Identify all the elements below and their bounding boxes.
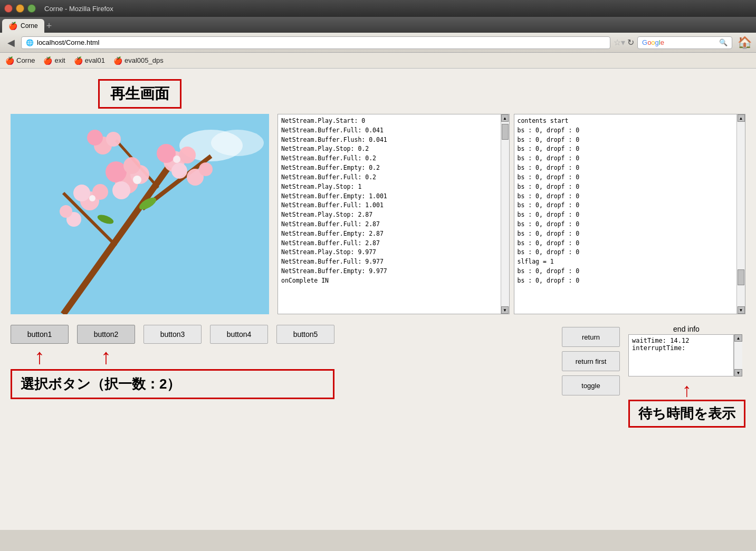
tab-label: Corne xyxy=(21,22,38,30)
log-panels: NetStream.Play.Start: 0 NetStream.Buffer… xyxy=(277,114,745,314)
bookmark-apple-icon-2: 🍎 xyxy=(43,56,52,65)
bottom-right: return return first toggle end info wait… xyxy=(562,325,745,428)
log-content-2[interactable]: contents start bs : 0, dropf : 0 bs : 0,… xyxy=(514,114,737,314)
main-row: NetStream.Play.Start: 0 NetStream.Buffer… xyxy=(11,114,745,314)
scroll-down-arrow-1[interactable]: ▼ xyxy=(501,306,509,314)
scroll-up-arrow-2[interactable]: ▲ xyxy=(738,114,745,122)
svg-point-10 xyxy=(123,157,140,174)
svg-point-2 xyxy=(211,130,264,156)
active-tab[interactable]: 🍎 Corne xyxy=(2,19,44,33)
close-button[interactable] xyxy=(4,4,13,13)
end-info-scrollbar[interactable]: ▲ ▼ xyxy=(734,334,742,376)
bookmark-bar: 🍎 Corne 🍎 exit 🍎 eval01 🍎 eval005_dps xyxy=(0,53,756,69)
end-scroll-up[interactable]: ▲ xyxy=(734,334,742,342)
playback-label-row: 再生画面 xyxy=(11,79,745,109)
end-info-wrapper: end info waitTime: 14.12 interruptTime: … xyxy=(628,325,745,428)
svg-point-25 xyxy=(60,205,72,218)
return-first-button[interactable]: return first xyxy=(562,351,620,371)
arrow-2-container: ↑ xyxy=(77,346,135,367)
arrow-up-2: ↑ xyxy=(101,346,111,367)
select-button-2[interactable]: button2 xyxy=(77,325,135,344)
nav-actions: ☆▾ ↻ xyxy=(614,37,634,47)
svg-point-18 xyxy=(73,185,90,201)
svg-point-28 xyxy=(89,195,95,201)
scroll-thumb-1[interactable] xyxy=(502,124,509,140)
buttons-row: button1button2button3button4button5 xyxy=(11,325,334,344)
wait-time-text: waitTime: 14.12 xyxy=(632,337,730,344)
tab-apple-icon: 🍎 xyxy=(8,22,17,30)
bookmark-eval005[interactable]: 🍎 eval005_dps xyxy=(113,56,164,65)
log-content-1[interactable]: NetStream.Play.Start: 0 NetStream.Buffer… xyxy=(278,114,501,314)
log-panel-1: NetStream.Play.Start: 0 NetStream.Buffer… xyxy=(277,114,510,314)
svg-point-9 xyxy=(106,161,127,182)
bookmark-label-3: eval01 xyxy=(85,56,105,64)
new-tab-button[interactable]: + xyxy=(46,21,52,32)
scroll-track-1 xyxy=(501,122,509,306)
maximize-button[interactable] xyxy=(27,4,36,13)
arrow-up-1: ↑ xyxy=(34,346,45,367)
wait-time-label: 待ち時間を表示 xyxy=(628,400,745,428)
arrow-1-container: ↑ xyxy=(11,346,69,367)
playback-label-wrapper: 再生画面 xyxy=(11,79,269,109)
end-info-panel: waitTime: 14.12 interruptTime: xyxy=(628,334,734,376)
playback-label: 再生画面 xyxy=(98,79,181,109)
wait-time-arrow: ↑ xyxy=(682,381,692,400)
globe-icon: 🌐 xyxy=(26,39,34,46)
bookmark-label: Corne xyxy=(16,56,35,64)
toggle-button[interactable]: toggle xyxy=(562,375,620,395)
bookmark-apple-icon: 🍎 xyxy=(5,56,14,65)
control-buttons: return return first toggle xyxy=(562,327,620,395)
url-text: localhost/Corne.html xyxy=(37,38,100,46)
select-button-1[interactable]: button1 xyxy=(11,325,69,344)
end-scroll-track xyxy=(734,342,742,369)
bottom-left: button1button2button3button4button5 ↑ ↑ … xyxy=(11,325,334,428)
svg-point-14 xyxy=(157,144,176,163)
bookmark-corne[interactable]: 🍎 Corne xyxy=(5,56,35,65)
end-info-title: end info xyxy=(628,325,744,333)
wait-time-annotation: ↑ 待ち時間を表示 xyxy=(628,381,745,428)
log-scrollbar-1[interactable]: ▲ ▼ xyxy=(501,114,509,314)
scroll-up-arrow-1[interactable]: ▲ xyxy=(501,114,509,122)
content-area: 再生画面 xyxy=(0,69,756,530)
interrupt-time-text: interruptTime: xyxy=(632,344,730,352)
google-logo: Google xyxy=(642,38,664,46)
window-title: Corne - Mozilla Firefox xyxy=(44,5,113,13)
scroll-track-2 xyxy=(737,122,745,306)
star-icon[interactable]: ☆▾ xyxy=(614,37,625,47)
bookmark-eval01[interactable]: 🍎 eval01 xyxy=(74,56,105,65)
end-scroll-down[interactable]: ▼ xyxy=(734,369,742,376)
window-controls xyxy=(4,4,36,13)
title-bar: Corne - Mozilla Firefox xyxy=(0,0,756,17)
bookmark-exit[interactable]: 🍎 exit xyxy=(43,56,65,65)
svg-point-23 xyxy=(199,162,213,176)
selection-label: 選択ボタン（択一数：2） xyxy=(11,369,334,399)
log-scrollbar-2[interactable]: ▲ ▼ xyxy=(736,114,745,314)
scroll-thumb-2[interactable] xyxy=(738,269,744,285)
url-bar[interactable]: 🌐 localhost/Corne.html xyxy=(21,36,610,49)
bottom-section: button1button2button3button4button5 ↑ ↑ … xyxy=(11,325,745,428)
search-icon[interactable]: 🔍 xyxy=(719,38,728,46)
bookmark-apple-icon-4: 🍎 xyxy=(113,56,122,65)
select-button-4[interactable]: button4 xyxy=(210,325,268,344)
minimize-button[interactable] xyxy=(16,4,24,13)
back-button[interactable]: ◀ xyxy=(4,36,18,50)
refresh-icon[interactable]: ↻ xyxy=(627,37,634,47)
video-svg xyxy=(11,114,269,314)
return-button[interactable]: return xyxy=(562,327,620,347)
select-button-3[interactable]: button3 xyxy=(143,325,202,344)
video-container xyxy=(11,114,269,314)
svg-point-26 xyxy=(133,176,141,184)
svg-point-15 xyxy=(171,163,187,179)
end-info-panel-wrapper: waitTime: 14.12 interruptTime: ▲ ▼ xyxy=(628,334,742,376)
arrows-row: ↑ ↑ xyxy=(11,346,334,367)
svg-point-11 xyxy=(112,181,130,199)
scroll-down-arrow-2[interactable]: ▼ xyxy=(738,306,745,314)
tab-bar: 🍎 Corne + xyxy=(0,17,756,33)
select-button-5[interactable]: button5 xyxy=(276,325,334,344)
home-icon[interactable]: 🏠 xyxy=(738,36,752,50)
bookmark-apple-icon-3: 🍎 xyxy=(74,56,83,65)
log-panel-2: contents start bs : 0, dropf : 0 bs : 0,… xyxy=(514,114,746,314)
search-bar[interactable]: Google 🔍 xyxy=(637,36,732,49)
svg-point-20 xyxy=(106,132,121,147)
bookmark-label-4: eval005_dps xyxy=(125,56,164,64)
